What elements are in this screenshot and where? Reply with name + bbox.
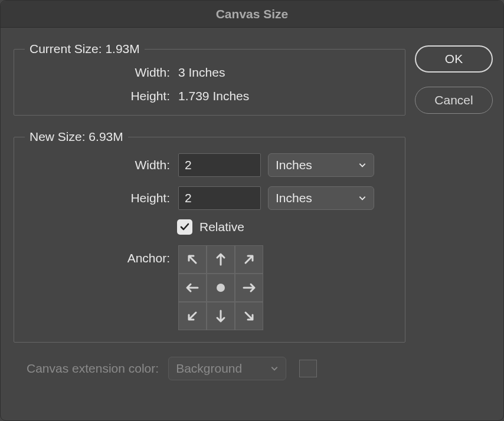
anchor-center-dot-icon — [217, 284, 225, 292]
extension-color-row: Canvas extension color: Background — [14, 357, 405, 380]
new-height-input[interactable] — [178, 186, 261, 210]
arrow-n-icon — [212, 251, 230, 268]
relative-label: Relative — [199, 220, 244, 234]
new-width-label: Width: — [25, 158, 178, 172]
arrow-nw-icon — [184, 251, 201, 268]
ok-button-label: OK — [445, 52, 463, 66]
dialog-content: Current Size: 1.93M Width: 3 Inches Heig… — [1, 28, 503, 391]
new-height-unit-select[interactable]: Inches — [268, 186, 374, 210]
current-width-value: 3 Inches — [178, 65, 394, 80]
anchor-bottom-right[interactable] — [235, 302, 263, 330]
current-size-group: Current Size: 1.93M Width: 3 Inches Heig… — [14, 42, 405, 116]
canvas-size-dialog: Canvas Size Current Size: 1.93M Width: 3… — [0, 0, 504, 421]
title-bar: Canvas Size — [1, 1, 503, 28]
arrow-e-icon — [240, 279, 258, 297]
extension-color-label: Canvas extension color: — [27, 361, 159, 376]
anchor-left[interactable] — [179, 274, 206, 301]
extension-color-select[interactable]: Background — [168, 357, 286, 380]
current-width-label: Width: — [25, 65, 178, 80]
anchor-right[interactable] — [235, 274, 263, 301]
anchor-top-left[interactable] — [179, 246, 206, 273]
ok-button[interactable]: OK — [415, 45, 493, 73]
extension-color-swatch[interactable] — [299, 360, 317, 377]
arrow-w-icon — [184, 279, 201, 297]
dialog-title: Canvas Size — [216, 7, 289, 21]
new-height-label: Height: — [25, 191, 178, 205]
right-column: OK Cancel — [415, 42, 493, 380]
arrow-s-icon — [212, 307, 230, 325]
check-icon — [179, 222, 190, 232]
chevron-down-icon — [358, 194, 366, 202]
anchor-bottom[interactable] — [207, 302, 234, 330]
new-width-unit-value: Inches — [276, 158, 312, 172]
relative-checkbox[interactable] — [177, 219, 192, 235]
anchor-top[interactable] — [207, 246, 234, 273]
current-height-label: Height: — [25, 89, 178, 103]
arrow-ne-icon — [240, 251, 258, 268]
new-width-unit-select[interactable]: Inches — [268, 153, 374, 177]
new-size-group: New Size: 6.93M Width: Inches Height: In… — [14, 130, 405, 343]
chevron-down-icon — [358, 161, 366, 169]
extension-color-value: Background — [176, 361, 242, 376]
new-height-unit-value: Inches — [276, 191, 312, 205]
anchor-label: Anchor: — [25, 245, 178, 265]
current-height-value: 1.739 Inches — [178, 89, 394, 103]
cancel-button[interactable]: Cancel — [415, 87, 493, 114]
left-column: Current Size: 1.93M Width: 3 Inches Heig… — [14, 42, 405, 380]
anchor-bottom-left[interactable] — [179, 302, 206, 330]
arrow-se-icon — [240, 307, 258, 325]
new-size-legend: New Size: 6.93M — [25, 130, 128, 144]
anchor-grid — [178, 245, 263, 330]
new-width-input[interactable] — [178, 153, 261, 177]
chevron-down-icon — [270, 364, 279, 373]
cancel-button-label: Cancel — [434, 93, 473, 107]
anchor-top-right[interactable] — [235, 246, 263, 273]
anchor-center[interactable] — [207, 274, 234, 301]
current-size-legend: Current Size: 1.93M — [25, 42, 145, 56]
arrow-sw-icon — [184, 307, 201, 325]
